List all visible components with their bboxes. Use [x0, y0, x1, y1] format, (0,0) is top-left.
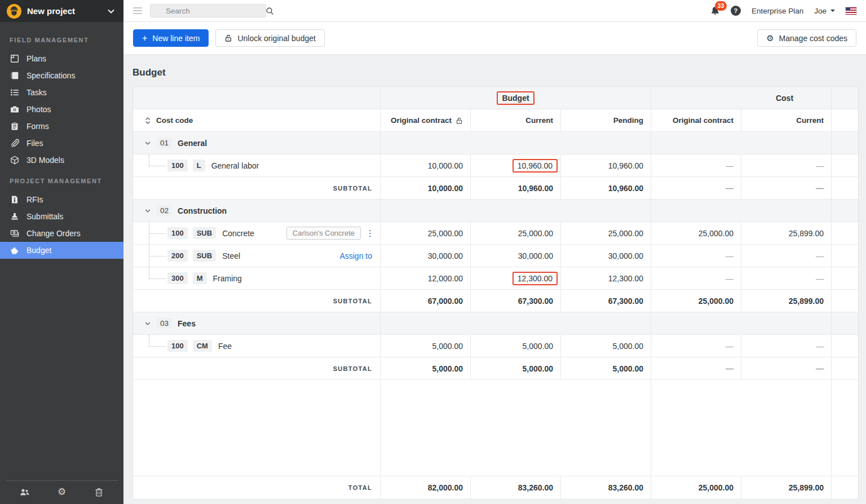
trash-icon[interactable]: [87, 488, 110, 497]
collapse-chevron-icon[interactable]: [144, 320, 151, 327]
group-code-badge: 02: [157, 205, 172, 216]
cell-budget-pending[interactable]: 10,960.00: [561, 154, 651, 176]
cell-cost-original[interactable]: —: [651, 267, 741, 289]
sidebar-footer: ⚙: [6, 480, 118, 504]
kebab-menu-icon[interactable]: [366, 228, 372, 238]
sidebar-item-label: 3D Models: [26, 156, 64, 165]
new-line-item-button[interactable]: + New line item: [133, 29, 209, 47]
table-column-header-row: Cost code Original contract Current Pend…: [133, 109, 858, 132]
table-group-header-row: Budget Cost: [133, 87, 858, 109]
cell-cost-original[interactable]: —: [651, 335, 741, 357]
unlock-original-budget-button[interactable]: Unlock original budget: [215, 29, 325, 47]
subtotal-row-general: SUBTOTAL 10,000.00 10,960.00 10,960.00 —…: [133, 177, 858, 200]
sidebar-item-label: Tasks: [26, 88, 47, 97]
settings-gear-icon[interactable]: ⚙: [51, 487, 73, 497]
cost-type-badge: SUB: [193, 227, 216, 239]
cell-budget-current[interactable]: 30,000.00: [471, 245, 561, 267]
column-lock-icon[interactable]: [456, 117, 463, 125]
vendor-chip[interactable]: Carlson's Concrete: [286, 227, 361, 240]
sidebar-item-change-orders[interactable]: Change Orders: [0, 225, 123, 242]
sidebar-item-forms[interactable]: Forms: [0, 118, 123, 135]
sidebar-item-rfis[interactable]: RFIs: [0, 191, 123, 208]
sidebar-item-budget[interactable]: Budget: [0, 242, 123, 259]
line-item-row-fee: 100 CM Fee 5,000.00 5,000.00 5,000.00 — …: [133, 335, 858, 357]
topbar-right: 33 ? Enterprise Plan Joe: [710, 6, 856, 16]
help-button[interactable]: ?: [731, 6, 741, 16]
line-item-row-concrete: 100 SUB Concrete Carlson's Concrete 25,0…: [133, 222, 858, 245]
sidebar-item-tasks[interactable]: Tasks: [0, 84, 123, 101]
notifications-button[interactable]: 33: [710, 6, 720, 16]
user-menu[interactable]: Joe: [814, 7, 835, 15]
assign-to-link[interactable]: Assign to: [339, 251, 372, 260]
sidebar-item-files[interactable]: Files: [0, 135, 123, 152]
cell-cost-current[interactable]: —: [741, 154, 832, 176]
group-header-cost: Cost: [651, 87, 832, 109]
plans-icon: [10, 54, 19, 64]
specifications-icon: [10, 71, 19, 81]
cell-budget-current[interactable]: 25,000.00: [471, 222, 561, 244]
cell-budget-pending[interactable]: 12,300.00: [561, 267, 651, 289]
cell-cost-original[interactable]: 25,000.00: [651, 222, 741, 244]
collapse-chevron-icon[interactable]: [144, 140, 151, 147]
sidebar-item-plans[interactable]: Plans: [0, 50, 123, 67]
cost-code-badge: 100: [167, 160, 188, 171]
sidebar-nav: FIELD MANAGEMENT Plans Specifications Ta…: [0, 22, 123, 480]
files-icon: [10, 139, 19, 148]
sidebar-item-label: Change Orders: [26, 229, 81, 238]
cell-cost-current[interactable]: —: [741, 267, 832, 289]
cost-type-badge: SUB: [193, 250, 216, 262]
sidebar-item-submittals[interactable]: Submittals: [0, 208, 123, 225]
cost-code-badge: 100: [167, 340, 188, 352]
group-header-spacer: [133, 87, 381, 109]
search-input[interactable]: [155, 7, 266, 15]
cell-budget-pending[interactable]: 5,000.00: [561, 335, 651, 357]
sidebar-item-label: Photos: [26, 105, 51, 114]
project-switcher[interactable]: New project: [0, 0, 123, 22]
app-window: New project FIELD MANAGEMENT Plans Speci…: [0, 0, 866, 504]
tasks-icon: [10, 88, 19, 98]
group-code-badge: 01: [157, 138, 172, 148]
sidebar-item-specifications[interactable]: Specifications: [0, 67, 123, 84]
cell-cost-current[interactable]: 25,899.00: [741, 222, 832, 244]
sidebar-item-3d-models[interactable]: 3D Models: [0, 152, 123, 169]
hamburger-menu-icon[interactable]: [133, 7, 142, 14]
tree-connector: [149, 245, 167, 267]
cell-budget-original[interactable]: 10,000.00: [381, 154, 471, 176]
column-header-cost-original-contract: Original contract: [651, 109, 741, 131]
cell-budget-pending[interactable]: 30,000.00: [561, 245, 651, 267]
line-item-row-steel: 200 SUB Steel Assign to 30,000.00 30,000…: [133, 245, 858, 267]
banknote-icon: [10, 229, 19, 238]
people-icon[interactable]: [14, 488, 36, 497]
cell-budget-original[interactable]: 25,000.00: [381, 222, 471, 244]
cell-cost-original[interactable]: —: [651, 245, 741, 267]
cell-budget-current-highlighted[interactable]: 12,300.00: [471, 267, 561, 289]
search-box[interactable]: [150, 4, 266, 17]
sort-icon[interactable]: [144, 117, 151, 125]
line-item-name: General labor: [211, 161, 259, 170]
cell-budget-original[interactable]: 5,000.00: [381, 335, 471, 357]
sidebar-item-label: Submittals: [26, 212, 63, 221]
group-code-badge: 03: [157, 318, 172, 329]
cell-cost-current[interactable]: —: [741, 335, 832, 357]
budget-page: Budget Budget Cost: [123, 55, 866, 504]
group-row-fees: 03 Fees: [133, 312, 858, 335]
line-item-name: Concrete: [222, 229, 254, 238]
line-item-row-general-labor: 100 L General labor 10,000.00 10,960.00 …: [133, 154, 858, 177]
cell-cost-current[interactable]: —: [741, 245, 832, 267]
us-flag-icon[interactable]: [846, 7, 856, 15]
cell-budget-pending[interactable]: 25,000.00: [561, 222, 651, 244]
sidebar-item-photos[interactable]: Photos: [0, 101, 123, 118]
sidebar-item-label: Specifications: [26, 71, 75, 80]
user-name: Joe: [814, 7, 827, 15]
cell-budget-original[interactable]: 30,000.00: [381, 245, 471, 267]
cell-cost-original[interactable]: —: [651, 154, 741, 176]
toolbar: + New line item Unlock original budget ⚙…: [123, 22, 866, 55]
manage-cost-codes-button[interactable]: ⚙ Manage cost codes: [757, 29, 856, 47]
plan-label: Enterprise Plan: [752, 7, 803, 15]
cell-budget-current-highlighted[interactable]: 10,960.00: [471, 154, 561, 176]
collapse-chevron-icon[interactable]: [144, 207, 151, 214]
cell-budget-current[interactable]: 5,000.00: [471, 335, 561, 357]
cell-budget-original[interactable]: 12,000.00: [381, 267, 471, 289]
group-name: Construction: [178, 206, 227, 215]
cost-code-badge: 300: [167, 272, 188, 284]
